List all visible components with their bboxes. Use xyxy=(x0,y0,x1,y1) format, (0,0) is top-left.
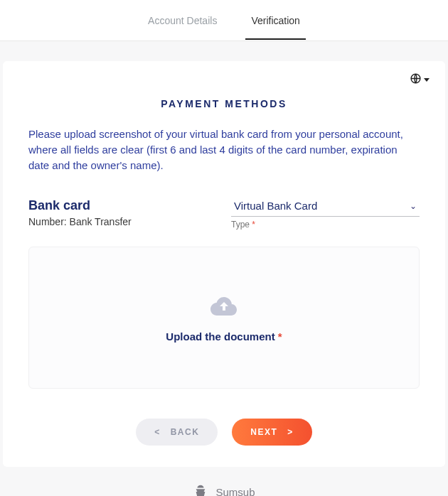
upload-dropzone[interactable]: Upload the document * xyxy=(28,247,420,389)
form-row: Bank card Number: Bank Transfer Virtual … xyxy=(28,198,420,230)
verification-card: PAYMENT METHODS Please upload screenshot… xyxy=(3,61,445,467)
chevron-down-icon: ⌄ xyxy=(410,201,417,211)
cloud-upload-icon xyxy=(210,293,238,323)
footer-brand: Sumsub xyxy=(215,486,255,496)
tab-verification[interactable]: Verification xyxy=(245,1,305,39)
next-button-label: NEXT xyxy=(250,427,277,437)
tab-account-details[interactable]: Account Details xyxy=(142,1,223,39)
bank-card-heading: Bank card xyxy=(28,198,217,213)
globe-icon xyxy=(410,72,422,87)
required-mark: * xyxy=(252,220,255,230)
type-select-value: Virtual Bank Card xyxy=(234,200,317,212)
sumsub-logo-icon xyxy=(193,484,208,496)
chevron-down-icon xyxy=(424,78,430,82)
bank-card-number-line: Number: Bank Transfer xyxy=(28,216,217,227)
upload-label: Upload the document * xyxy=(166,330,282,343)
intro-text: Please upload screenshot of your virtual… xyxy=(28,126,420,173)
type-field-label: Type * xyxy=(231,220,420,230)
next-button[interactable]: NEXT > xyxy=(232,419,312,446)
type-select[interactable]: Virtual Bank Card ⌄ xyxy=(231,198,420,217)
page-title: PAYMENT METHODS xyxy=(28,98,420,109)
type-field: Virtual Bank Card ⌄ Type * xyxy=(231,198,420,230)
nav-buttons: < BACK NEXT > xyxy=(28,419,420,446)
tabs-bar: Account Details Verification xyxy=(0,0,448,41)
bank-card-section: Bank card Number: Bank Transfer xyxy=(28,198,217,230)
chevron-left-icon: < xyxy=(154,427,161,437)
back-button-label: BACK xyxy=(171,427,200,437)
chevron-right-icon: > xyxy=(287,427,294,437)
required-mark: * xyxy=(278,330,282,343)
footer: Sumsub xyxy=(0,484,448,496)
back-button[interactable]: < BACK xyxy=(136,419,218,446)
language-toggle[interactable] xyxy=(410,72,430,87)
